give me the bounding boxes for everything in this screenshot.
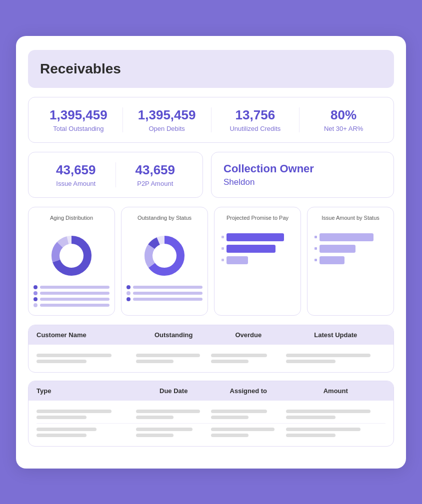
collection-owner-value: Sheldon bbox=[224, 177, 382, 187]
stat-label-issue: Issue Amount bbox=[36, 180, 116, 187]
col-due-date: Due Date bbox=[136, 387, 211, 395]
stat-open-debits: 1,395,459 Open Debits bbox=[123, 107, 212, 132]
donut-aging bbox=[49, 233, 94, 278]
page-title: Receivables bbox=[40, 61, 382, 77]
collection-owner-label: Collection Owner bbox=[224, 162, 382, 175]
col-assigned-to: Assigned to bbox=[211, 387, 286, 395]
header-section: Receivables bbox=[28, 50, 394, 88]
chart-title-2: Projected Promise to Pay bbox=[226, 214, 288, 228]
stat-unutilized-credits: 13,756 Unutilized Credits bbox=[212, 107, 300, 132]
stat-label-p2p: P2P Amount bbox=[116, 180, 195, 187]
chart-aging-distribution: Aging Distribution bbox=[28, 207, 115, 316]
col-latest-update: Latest Update bbox=[286, 331, 386, 339]
svg-point-9 bbox=[154, 246, 174, 266]
stat-total-outstanding: 1,395,459 Total Outstanding bbox=[34, 107, 123, 132]
chart-title-0: Aging Distribution bbox=[50, 214, 93, 228]
stat-label-0: Total Outstanding bbox=[34, 125, 122, 132]
bar-chart-issue bbox=[312, 233, 388, 264]
col-amount: Amount bbox=[286, 387, 386, 395]
bar-underlines-issue bbox=[348, 271, 352, 274]
stat-issue-amount: 43,659 Issue Amount bbox=[36, 162, 116, 187]
chart-legend-outstanding bbox=[126, 285, 202, 303]
bar-chart-promise bbox=[220, 233, 296, 264]
second-row: 43,659 Issue Amount 43,659 P2P Amount Co… bbox=[28, 152, 394, 198]
stat-label-3: Net 30+ AR% bbox=[300, 125, 388, 132]
table-row bbox=[36, 350, 386, 367]
stats-row: 1,395,459 Total Outstanding 1,395,459 Op… bbox=[28, 97, 394, 143]
donut-outstanding bbox=[142, 233, 187, 278]
stat-value-3: 80% bbox=[300, 107, 388, 123]
invoice-table: Type Due Date Assigned to Amount bbox=[28, 381, 394, 447]
customer-table-header: Customer Name Outstanding Overdue Latest… bbox=[28, 325, 394, 345]
collection-owner-card: Collection Owner Sheldon bbox=[211, 152, 394, 198]
stat-label-2: Unutilized Credits bbox=[212, 125, 300, 132]
stat-value-issue: 43,659 bbox=[36, 162, 116, 178]
chart-legend-aging bbox=[34, 285, 110, 309]
invoice-table-header: Type Due Date Assigned to Amount bbox=[28, 381, 394, 401]
col-overdue: Overdue bbox=[211, 331, 286, 339]
bar-underlines-promise bbox=[256, 271, 260, 274]
svg-point-4 bbox=[62, 246, 82, 266]
table-row bbox=[36, 424, 386, 441]
chart-title-1: Outstanding by Status bbox=[138, 214, 192, 228]
chart-title-3: Issue Amount by Status bbox=[322, 214, 380, 228]
col-customer-name: Customer Name bbox=[36, 331, 136, 339]
chart-outstanding-status: Outstanding by Status bbox=[121, 207, 208, 316]
stat-value-p2p: 43,659 bbox=[116, 162, 195, 178]
stat-value-2: 13,756 bbox=[212, 107, 300, 123]
charts-row: Aging Distribution Outstanding by Status bbox=[28, 207, 394, 316]
customer-table: Customer Name Outstanding Overdue Latest… bbox=[28, 325, 394, 373]
stat-p2p-amount: 43,659 P2P Amount bbox=[116, 162, 195, 187]
customer-table-body bbox=[28, 345, 394, 372]
chart-issue-amount-status: Issue Amount by Status bbox=[307, 207, 394, 316]
stat-value-1: 1,395,459 bbox=[123, 107, 211, 123]
stat-net30: 80% Net 30+ AR% bbox=[300, 107, 388, 132]
col-outstanding: Outstanding bbox=[136, 331, 211, 339]
col-type: Type bbox=[36, 387, 136, 395]
secondary-stats-card: 43,659 Issue Amount 43,659 P2P Amount bbox=[28, 152, 203, 198]
stat-label-1: Open Debits bbox=[123, 125, 211, 132]
chart-projected-promise: Projected Promise to Pay bbox=[214, 207, 301, 316]
stat-value-0: 1,395,459 bbox=[34, 107, 122, 123]
main-card: Receivables 1,395,459 Total Outstanding … bbox=[16, 36, 406, 469]
table-row bbox=[36, 406, 386, 424]
invoice-table-body bbox=[28, 401, 394, 446]
